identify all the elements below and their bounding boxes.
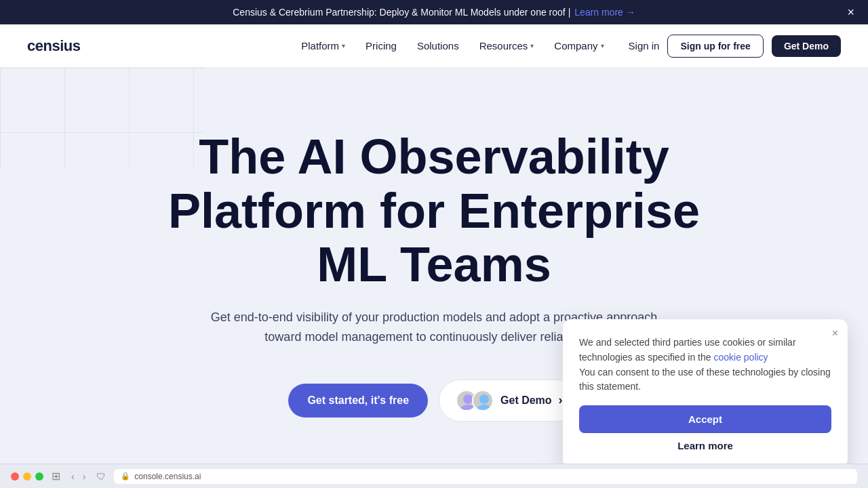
nav-solutions[interactable]: Solutions [409,35,467,57]
svg-point-3 [479,394,489,404]
url-bar[interactable]: 🔒 console.censius.ai [114,469,857,484]
privacy-icon: 🛡 [96,471,106,482]
traffic-lights [11,472,43,481]
back-button[interactable]: ‹ [68,470,77,483]
nav-actions: Sign in Sign up for free Get Demo [629,35,841,58]
cookie-close-button[interactable]: × [832,327,838,340]
nav-links: Platform ▾ Pricing Solutions Resources ▾… [293,35,612,57]
signup-button[interactable]: Sign up for free [667,35,763,58]
cookie-text: We and selected third parties use cookie… [579,336,831,394]
lock-icon: 🔒 [121,472,130,481]
get-demo-nav-button[interactable]: Get Demo [772,35,841,57]
avatar-2 [472,390,494,411]
hero-cta: Get started, it's free Get Demo › [288,380,579,422]
announcement-text: Censius & Cerebrium Partnership: Deploy … [233,7,570,18]
forward-button[interactable]: › [80,470,89,483]
bottom-bar: ⊞ ‹ › 🛡 🔒 console.censius.ai [0,464,868,488]
close-traffic-light[interactable] [11,472,19,481]
cookie-consent: × We and selected third parties use cook… [563,319,848,468]
get-started-button[interactable]: Get started, it's free [288,384,428,418]
logo[interactable]: censius [27,37,80,55]
svg-point-1 [463,394,473,404]
url-text: console.censius.ai [134,472,201,481]
announcement-close[interactable]: × [847,6,854,18]
cookie-accept-button[interactable]: Accept [579,405,831,433]
nav-platform[interactable]: Platform ▾ [293,35,353,57]
sign-in-link[interactable]: Sign in [629,40,660,52]
nav-arrows: ‹ › [68,470,88,483]
announcement-banner: Censius & Cerebrium Partnership: Deploy … [0,0,868,24]
svg-point-4 [477,405,492,411]
cookie-learn-more-button[interactable]: Learn more [579,440,831,451]
nav-company[interactable]: Company ▾ [546,35,612,57]
hero-title: The AI Observability Platform for Enterp… [129,130,739,291]
demo-arrow-icon: › [559,393,563,407]
nav-resources[interactable]: Resources ▾ [471,35,542,57]
avatar-group [456,390,494,411]
company-chevron-icon: ▾ [601,42,604,49]
nav-pricing[interactable]: Pricing [357,35,405,57]
platform-chevron-icon: ▾ [342,42,345,49]
cookie-policy-link[interactable]: cookie policy [713,352,768,363]
minimize-traffic-light[interactable] [23,472,31,481]
navbar: censius Platform ▾ Pricing Solutions Res… [0,24,868,68]
maximize-traffic-light[interactable] [35,472,43,481]
resources-chevron-icon: ▾ [530,42,534,49]
sidebar-toggle-icon[interactable]: ⊞ [52,470,60,483]
get-demo-hero-button[interactable]: Get Demo › [439,380,580,422]
announcement-link[interactable]: Learn more → [574,7,635,18]
